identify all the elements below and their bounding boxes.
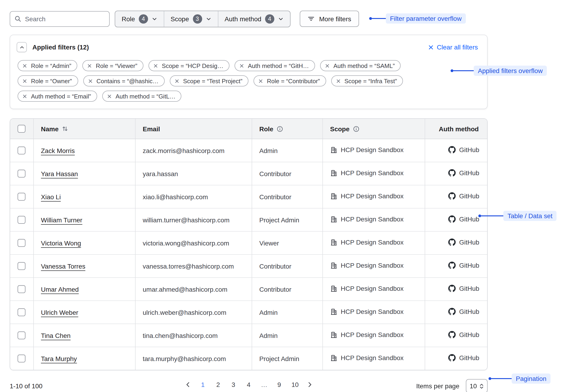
user-scope: HCP Design Sandbox xyxy=(341,331,404,339)
user-name-link[interactable]: Umar Ahmed xyxy=(41,285,79,293)
user-email: william.turner@hashicorp.com xyxy=(143,216,230,223)
next-page-button[interactable] xyxy=(304,380,315,390)
row-checkbox[interactable] xyxy=(18,147,26,155)
applied-filter-label: Role = “Admin” xyxy=(31,62,71,69)
filter-count-badge: 4 xyxy=(265,14,274,23)
user-name-link[interactable]: William Turner xyxy=(41,216,82,223)
applied-filter-pills: Role = “Admin” Role = “Viewer” Scope = “… xyxy=(17,60,478,102)
filter-dropdown-button[interactable]: Scope 3 xyxy=(164,11,218,26)
clear-all-filters-button[interactable]: Clear all filters xyxy=(429,43,478,51)
applied-filter-pill[interactable]: Auth method = “GitH… xyxy=(235,60,315,71)
chevron-up-icon xyxy=(19,45,24,50)
sort-icon[interactable] xyxy=(62,126,68,132)
table-row: Umar Ahmed umar.ahmed@hashicorp.com Cont… xyxy=(10,278,487,301)
applied-filter-pill[interactable]: Scope = “HCP Desig… xyxy=(149,60,230,71)
applied-filter-pill[interactable]: Auth method = “GitL… xyxy=(102,91,181,102)
filter-bar: Role 4 Scope 3 Auth method 4 More filter… xyxy=(10,11,487,27)
row-checkbox[interactable] xyxy=(18,332,26,340)
user-name-link[interactable]: Zack Morris xyxy=(41,147,75,154)
column-header-name: Name xyxy=(41,125,59,133)
previous-page-button[interactable] xyxy=(183,380,193,390)
remove-filter-icon xyxy=(259,79,263,83)
search-input[interactable] xyxy=(10,11,110,26)
row-checkbox[interactable] xyxy=(18,170,26,178)
table-row: William Turner william.turner@hashicorp.… xyxy=(10,208,487,231)
page-button[interactable]: 9 xyxy=(273,379,285,391)
applied-filter-label: Auth method = “SAML” xyxy=(333,62,395,69)
applied-filter-pill[interactable]: Role = “Viewer” xyxy=(82,60,143,71)
filter-dropdown-button[interactable]: Auth method 4 xyxy=(218,11,290,26)
user-role: Contributor xyxy=(259,285,292,293)
applied-filter-label: Scope = “Infra Test” xyxy=(345,77,397,84)
row-checkbox[interactable] xyxy=(18,308,26,317)
user-name-link[interactable]: Tina Chen xyxy=(41,332,71,339)
row-checkbox[interactable] xyxy=(18,355,26,363)
applied-filter-label: Auth method = “GitH… xyxy=(248,62,309,69)
user-name-link[interactable]: Victoria Wong xyxy=(41,239,81,247)
items-per-page-select[interactable]: 10 xyxy=(466,379,487,392)
applied-filter-pill[interactable]: Contains = “@hashic… xyxy=(83,75,165,86)
applied-filters-panel: Applied filters (12) Clear all filters R… xyxy=(10,35,487,109)
row-checkbox[interactable] xyxy=(18,239,26,247)
user-role: Contributor xyxy=(259,170,292,177)
applied-filter-pill[interactable]: Role = “Owner” xyxy=(18,75,78,86)
select-all-checkbox[interactable] xyxy=(18,125,26,133)
user-role: Contributor xyxy=(259,262,292,270)
applied-filter-label: Role = “Viewer” xyxy=(96,62,137,69)
row-checkbox[interactable] xyxy=(18,285,26,293)
table-row: Victoria Wong victoria.wong@hashicorp.co… xyxy=(10,231,487,255)
page-number: 9 xyxy=(277,381,281,388)
user-name-link[interactable]: Vanessa Torres xyxy=(41,262,85,270)
user-name-link[interactable]: Tara Murphy xyxy=(41,355,77,362)
applied-filter-label: Scope = “HCP Desig… xyxy=(162,62,223,69)
clear-all-filters-label: Clear all filters xyxy=(437,43,478,51)
collapse-applied-filters-button[interactable] xyxy=(17,42,27,52)
info-icon[interactable] xyxy=(353,125,359,132)
applied-filter-pill[interactable]: Scope = “Test Project” xyxy=(169,75,248,86)
pill-row: Role = “Owner” Contains = “@hashic… Scop… xyxy=(18,75,478,86)
page-button[interactable]: 1 xyxy=(197,379,209,391)
applied-filter-pill[interactable]: Auth method = “SAML” xyxy=(320,60,401,71)
applied-filter-pill[interactable]: Auth method = “Email” xyxy=(18,91,97,102)
filter-dropdown-button[interactable]: Role 4 xyxy=(115,11,164,26)
page-button[interactable]: 4 xyxy=(243,379,255,391)
filter-dropdown-label: Auth method xyxy=(225,15,261,23)
remove-filter-icon xyxy=(23,94,27,98)
column-header-email: Email xyxy=(143,125,160,133)
org-scope-icon xyxy=(330,147,337,153)
user-name-link[interactable]: Yara Hassan xyxy=(41,170,78,177)
user-email: umar.ahmed@hashicorp.com xyxy=(143,285,227,293)
user-name-link[interactable]: Xiao Li xyxy=(41,193,61,200)
user-role: Admin xyxy=(259,308,278,316)
info-icon[interactable] xyxy=(277,125,283,132)
user-auth-method: GitHub xyxy=(459,192,479,200)
more-filters-button[interactable]: More filters xyxy=(300,11,359,27)
user-scope: HCP Design Sandbox xyxy=(341,262,404,269)
row-checkbox[interactable] xyxy=(18,262,26,270)
org-scope-icon xyxy=(330,170,337,177)
row-checkbox[interactable] xyxy=(18,193,26,201)
row-checkbox[interactable] xyxy=(18,216,26,224)
user-email: xiao.li@hashicorp.com xyxy=(143,193,208,200)
page-button[interactable]: 10 xyxy=(289,379,300,391)
page-button[interactable]: 2 xyxy=(212,379,224,391)
user-role: Admin xyxy=(259,147,278,154)
org-scope-icon xyxy=(330,239,337,246)
page-ellipsis: … xyxy=(258,379,270,391)
user-scope: HCP Design Sandbox xyxy=(341,239,404,246)
applied-filter-pill[interactable]: Scope = “Infra Test” xyxy=(331,75,403,86)
user-name-link[interactable]: Ulrich Weber xyxy=(41,308,78,316)
search-input-wrapper xyxy=(10,11,110,26)
annotation-label: Pagination xyxy=(512,374,550,384)
github-icon xyxy=(448,169,455,177)
applied-filters-header: Applied filters (12) Clear all filters xyxy=(17,42,478,52)
remove-filter-icon xyxy=(23,63,27,68)
users-table: Name Email Role xyxy=(10,118,487,370)
chevron-right-icon xyxy=(306,381,313,388)
page-button[interactable]: 3 xyxy=(228,379,239,391)
applied-filter-pill[interactable]: Role = “Admin” xyxy=(18,60,77,71)
annotation-table-dataset: Table / Data set xyxy=(478,211,557,221)
filter-count-badge: 4 xyxy=(139,14,148,23)
applied-filter-pill[interactable]: Role = “Contributor” xyxy=(254,75,326,86)
org-scope-icon xyxy=(330,262,337,269)
